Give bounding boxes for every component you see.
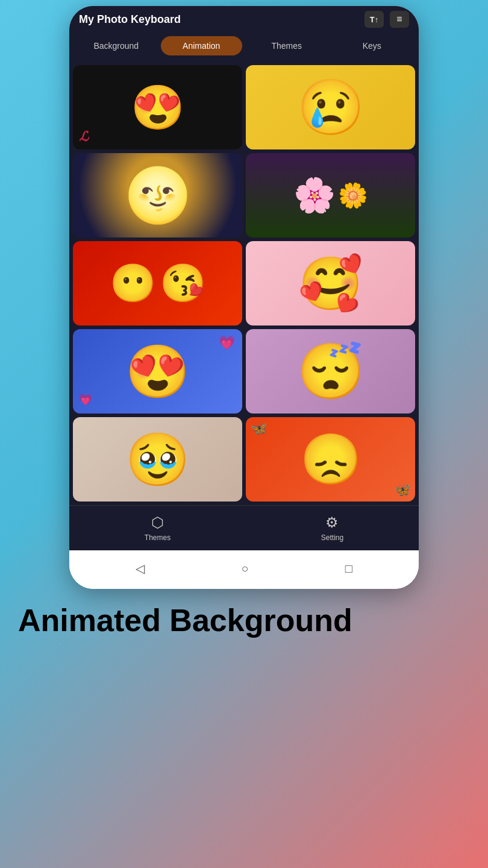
tab-animation[interactable]: Animation — [161, 36, 243, 55]
app-title: My Photo Keyboard — [79, 13, 181, 26]
phone-wrapper: My Photo Keyboard T↑ ≡ Background Animat… — [69, 6, 419, 589]
app-title-bar: My Photo Keyboard T↑ ≡ — [69, 6, 419, 33]
l-label: ℒ — [79, 129, 89, 145]
emoji-face-10: 😞 — [300, 430, 361, 488]
emoji-card-10[interactable]: 😞 🦋 🦋 — [246, 417, 415, 502]
emoji-card-6[interactable]: 🥰 — [246, 241, 415, 326]
emoji-card-8[interactable]: 😴 — [246, 329, 415, 414]
phone-screen: My Photo Keyboard T↑ ≡ Background Animat… — [69, 6, 419, 550]
emoji-card-7[interactable]: 😍 💗 💗 — [73, 329, 242, 414]
emoji-face-4b: 🌼 — [338, 181, 368, 210]
title-icons: T↑ ≡ — [364, 11, 409, 28]
phone-bottom-bar: ◁ ○ □ — [69, 550, 419, 589]
emoji-card-2[interactable]: 😢 — [246, 65, 415, 149]
menu-icon: ≡ — [396, 14, 402, 25]
tab-background[interactable]: Background — [75, 36, 157, 55]
themes-nav-icon: ⬡ — [151, 514, 164, 531]
bottom-nav: ⬡ Themes ⚙ Setting — [69, 505, 419, 550]
emoji-face-8: 😴 — [297, 340, 364, 403]
emoji-face-5b: 😘 — [160, 262, 206, 305]
emoji-face-6: 🥰 — [298, 253, 363, 314]
emoji-face-3: 🌝 — [125, 164, 191, 227]
animated-background-heading: Animated Background — [18, 603, 352, 638]
emoji-card-4[interactable]: 🌸 🌼 — [246, 153, 415, 237]
heart-decoration-7b: 💗 — [79, 393, 92, 406]
setting-nav-label: Setting — [321, 533, 343, 542]
emoji-face-2: 😢 — [297, 76, 364, 139]
home-button[interactable]: ○ — [241, 562, 248, 576]
emoji-face-5a: 😶 — [110, 262, 156, 305]
tab-keys[interactable]: Keys — [331, 36, 413, 55]
emoji-face-7: 😍 — [125, 341, 190, 402]
bottom-text-section: Animated Background — [0, 589, 488, 650]
heart-decoration-7: 💗 — [219, 335, 235, 351]
emoji-face-4a: 🌸 — [293, 175, 336, 215]
tab-bar: Background Animation Themes Keys — [69, 33, 419, 61]
emoji-card-3[interactable]: 🌝 — [73, 153, 242, 237]
butterfly-decoration-10a: 🦋 — [251, 421, 267, 436]
recents-button[interactable]: □ — [345, 562, 352, 576]
emoji-card-1[interactable]: 😍 ℒ — [73, 65, 242, 149]
bottom-nav-setting[interactable]: ⚙ Setting — [321, 514, 343, 542]
font-size-button[interactable]: T↑ — [364, 11, 384, 28]
menu-button[interactable]: ≡ — [390, 11, 409, 28]
emoji-grid: 😍 ℒ 😢 🌝 🌸 🌼 😶 😘 🥰 — [69, 61, 419, 505]
emoji-card-9[interactable]: 🥹 — [73, 417, 242, 502]
emoji-face-9: 🥹 — [125, 429, 190, 490]
back-button[interactable]: ◁ — [136, 561, 145, 576]
bottom-nav-themes[interactable]: ⬡ Themes — [145, 514, 170, 542]
emoji-card-5[interactable]: 😶 😘 — [73, 241, 242, 326]
font-size-icon: T↑ — [370, 15, 378, 24]
setting-nav-icon: ⚙ — [325, 514, 339, 531]
emoji-face-1: 😍 — [131, 82, 185, 133]
themes-nav-label: Themes — [145, 533, 170, 542]
tab-themes[interactable]: Themes — [246, 36, 328, 55]
butterfly-decoration-10b: 🦋 — [394, 482, 410, 498]
